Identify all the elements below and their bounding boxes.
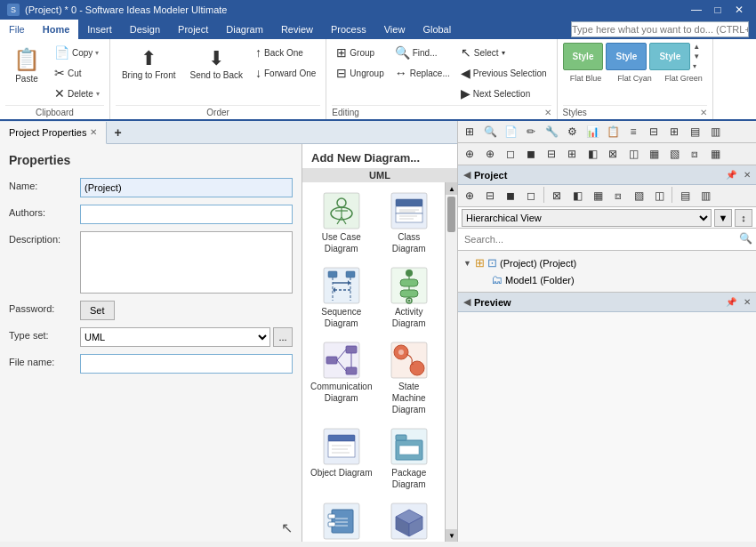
- hierarchy-sort-button[interactable]: ↕: [735, 209, 752, 227]
- select-button[interactable]: ↖ Select ▾: [456, 43, 551, 62]
- statemachine-diagram-item[interactable]: State Machine Diagram: [378, 337, 439, 420]
- rt-btn-4[interactable]: ✏: [521, 123, 541, 141]
- tree-item-project[interactable]: ▼ ⊞ ⊡ (Project) (Project): [462, 254, 752, 271]
- rt-btn-13[interactable]: ▥: [705, 123, 725, 141]
- style-scroll-more[interactable]: ▾: [693, 62, 700, 70]
- ribbon-search-input[interactable]: [571, 21, 749, 37]
- description-input[interactable]: [80, 231, 293, 294]
- style-btn-1[interactable]: Style: [563, 43, 604, 70]
- proj-tb-7[interactable]: ▦: [588, 187, 607, 205]
- menu-home[interactable]: Home: [34, 20, 79, 39]
- style-btn-2[interactable]: Style: [606, 43, 647, 70]
- class-diagram-item[interactable]: Class Diagram: [378, 188, 439, 259]
- deployment-diagram-item[interactable]: Deployment Diagram: [378, 498, 439, 542]
- object-diagram-item[interactable]: Object Diagram: [308, 423, 374, 495]
- rt-btn-9[interactable]: ≡: [623, 123, 643, 141]
- rt-btn-10[interactable]: ⊟: [644, 123, 664, 141]
- close-button[interactable]: ✕: [729, 0, 749, 20]
- proj-tb-2[interactable]: ⊟: [480, 187, 500, 205]
- find-button[interactable]: 🔍 Find...: [390, 43, 454, 62]
- menu-design[interactable]: Design: [121, 20, 169, 39]
- style-scroll-up[interactable]: ▲: [693, 43, 700, 51]
- panel-pin-icon[interactable]: 📌: [726, 170, 736, 180]
- rt-btn2-9[interactable]: ◫: [623, 145, 643, 163]
- proj-tb-11[interactable]: ▤: [675, 187, 695, 205]
- back-one-button[interactable]: ↑ Back One: [251, 43, 320, 62]
- bring-to-front-button[interactable]: ⬆ Bring to Front: [116, 43, 182, 84]
- rt-btn2-13[interactable]: ▦: [705, 145, 725, 163]
- rt-btn2-10[interactable]: ▦: [644, 145, 664, 163]
- proj-tb-5[interactable]: ⊠: [547, 187, 567, 205]
- diagram-scrollbar[interactable]: ▲ ▼: [445, 182, 457, 542]
- rt-btn-11[interactable]: ⊞: [664, 123, 684, 141]
- rt-btn2-2[interactable]: ⊕: [480, 145, 500, 163]
- typeset-dots-button[interactable]: ...: [273, 327, 293, 347]
- preview-collapse-icon[interactable]: ◀: [463, 296, 470, 308]
- rt-btn2-6[interactable]: ⊞: [562, 145, 582, 163]
- rt-btn2-11[interactable]: ▧: [664, 145, 684, 163]
- proj-tb-9[interactable]: ▧: [629, 187, 648, 205]
- menu-file[interactable]: File: [0, 20, 34, 39]
- sequence-diagram-item[interactable]: Sequence Diagram: [308, 262, 374, 334]
- styles-close[interactable]: ✕: [700, 108, 707, 117]
- send-to-back-button[interactable]: ⬇ Send to Back: [184, 43, 249, 84]
- tab-add-button[interactable]: +: [107, 123, 128, 142]
- authors-input[interactable]: [80, 205, 293, 224]
- editing-close[interactable]: ✕: [544, 108, 551, 117]
- preview-close-icon[interactable]: ✕: [744, 297, 751, 307]
- project-search-input[interactable]: [460, 230, 737, 248]
- group-button[interactable]: ⊞ Group: [332, 43, 388, 62]
- proj-tb-6[interactable]: ◧: [567, 187, 587, 205]
- component-diagram-item[interactable]: Component Diagram: [308, 498, 374, 542]
- communication-diagram-item[interactable]: Communication Diagram: [308, 337, 374, 420]
- proj-tb-12[interactable]: ▥: [696, 187, 715, 205]
- proj-tb-8[interactable]: ⧈: [608, 187, 628, 205]
- tree-item-model1[interactable]: 🗂 Model1 (Folder): [478, 271, 752, 288]
- usecase-diagram-item[interactable]: Use Case Diagram: [308, 188, 374, 259]
- prev-selection-button[interactable]: ◀ Previous Selection: [456, 63, 551, 83]
- panel-close-icon[interactable]: ✕: [744, 170, 751, 180]
- hierarchy-select[interactable]: Hierarchical View: [462, 209, 712, 227]
- scroll-down-arrow[interactable]: ▼: [446, 529, 457, 542]
- search-icon[interactable]: 🔍: [737, 230, 754, 248]
- paste-button[interactable]: 📋 Paste: [5, 43, 48, 88]
- rt-btn-2[interactable]: 🔍: [480, 123, 500, 141]
- copy-button[interactable]: 📄 Copy ▾: [50, 43, 104, 62]
- proj-tb-4[interactable]: ◻: [521, 187, 541, 205]
- delete-button[interactable]: ✕ Delete ▾: [50, 84, 104, 103]
- menu-view[interactable]: View: [375, 20, 414, 39]
- rt-btn-1[interactable]: ⊞: [460, 123, 479, 141]
- menu-global[interactable]: Global: [414, 20, 460, 39]
- typeset-select[interactable]: UML: [80, 327, 270, 347]
- minimize-button[interactable]: —: [687, 0, 706, 20]
- rt-btn2-8[interactable]: ⊠: [603, 145, 623, 163]
- rt-btn-6[interactable]: ⚙: [562, 123, 582, 141]
- name-input[interactable]: [80, 178, 293, 197]
- rt-btn2-4[interactable]: ◼: [521, 145, 541, 163]
- tab-close-icon[interactable]: ✕: [90, 127, 97, 137]
- package-diagram-item[interactable]: Package Diagram: [378, 423, 439, 495]
- rt-btn-7[interactable]: 📊: [583, 123, 602, 141]
- panel-collapse-icon[interactable]: ◀: [463, 169, 470, 181]
- proj-tb-1[interactable]: ⊕: [460, 187, 479, 205]
- rt-btn-8[interactable]: 📋: [603, 123, 623, 141]
- rt-btn2-5[interactable]: ⊟: [542, 145, 561, 163]
- preview-pin-icon[interactable]: 📌: [726, 297, 736, 307]
- menu-review[interactable]: Review: [272, 20, 322, 39]
- style-scroll-dn[interactable]: ▼: [693, 52, 700, 60]
- style-btn-3[interactable]: Style: [649, 43, 690, 70]
- rt-btn-3[interactable]: 📄: [501, 123, 520, 141]
- rt-btn2-12[interactable]: ⧈: [685, 145, 704, 163]
- ungroup-button[interactable]: ⊟ Ungroup: [332, 63, 388, 83]
- activity-diagram-item[interactable]: Activity Diagram: [378, 262, 439, 334]
- scroll-up-arrow[interactable]: ▲: [446, 182, 457, 195]
- project-properties-tab[interactable]: Project Properties ✕: [0, 122, 107, 144]
- rt-btn2-3[interactable]: ◻: [501, 145, 520, 163]
- hierarchy-filter-button[interactable]: ▼: [714, 209, 732, 227]
- next-selection-button[interactable]: ▶ Next Selection: [456, 84, 551, 103]
- menu-project[interactable]: Project: [169, 20, 217, 39]
- maximize-button[interactable]: □: [708, 0, 728, 20]
- rt-btn-5[interactable]: 🔧: [542, 123, 561, 141]
- rt-btn2-1[interactable]: ⊕: [460, 145, 479, 163]
- forward-one-button[interactable]: ↓ Forward One: [251, 63, 320, 83]
